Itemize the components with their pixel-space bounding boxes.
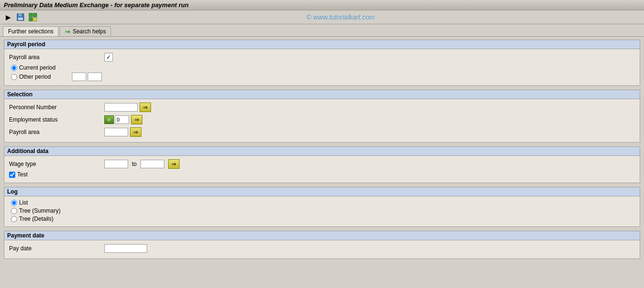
employment-status-input-group: ≠ xyxy=(104,115,129,124)
selection-header: Selection xyxy=(4,90,640,99)
pay-date-label: Pay date xyxy=(9,245,104,252)
svg-rect-1 xyxy=(19,14,21,16)
employment-status-input[interactable] xyxy=(115,115,129,124)
pay-date-row: Pay date xyxy=(9,243,635,254)
payroll-area-label: Payroll area xyxy=(9,54,104,61)
payroll-area-row: Payroll area ✓ xyxy=(9,52,635,62)
selection-payroll-area-arrow-btn[interactable]: ⇒ xyxy=(130,127,141,137)
log-header: Log xyxy=(4,187,640,196)
wage-type-label: Wage type xyxy=(9,161,104,167)
wage-type-input-from[interactable] xyxy=(104,160,128,168)
selection-payroll-area-label: Payroll area xyxy=(9,129,104,135)
wage-type-input-to[interactable] xyxy=(141,160,164,168)
title-bar: Preliminary Data Medium Exchange - for s… xyxy=(0,0,644,10)
payment-date-section: Payment date Pay date xyxy=(4,231,640,259)
personnel-number-row: Personnel Number ⇒ xyxy=(9,102,635,113)
back-icon[interactable]: ▶ xyxy=(3,12,13,22)
other-period-label: Other period xyxy=(19,73,51,80)
employment-status-row: Employment status ≠ ⇒ xyxy=(9,114,635,125)
watermark: © www.tutorialkart.com xyxy=(40,13,641,21)
log-tree-summary-label: Tree (Summary) xyxy=(19,207,60,214)
log-section: Log List Tree (Summary) Tree (Details) xyxy=(4,187,640,227)
payment-date-body: Pay date xyxy=(4,240,640,258)
test-row: Test xyxy=(9,171,635,178)
other-period-radio[interactable] xyxy=(11,74,17,80)
svg-rect-2 xyxy=(18,18,23,20)
selection-payroll-area-row: Payroll area ⇒ xyxy=(9,127,635,137)
other-period-row: Other period xyxy=(9,72,635,81)
log-list-radio[interactable] xyxy=(11,200,17,206)
wage-type-arrow-btn[interactable]: ⇒ xyxy=(168,159,180,169)
personnel-number-label: Personnel Number xyxy=(9,104,104,111)
wage-type-row: Wage type to ⇒ xyxy=(9,159,635,169)
test-checkbox[interactable] xyxy=(9,172,15,178)
log-list-row: List xyxy=(9,199,635,206)
layout-icon[interactable] xyxy=(28,12,38,22)
payroll-period-header: Payroll period xyxy=(4,40,640,49)
log-tree-summary-radio[interactable] xyxy=(11,208,17,214)
current-period-label: Current period xyxy=(19,64,56,71)
svg-rect-6 xyxy=(33,18,37,21)
log-body: List Tree (Summary) Tree (Details) xyxy=(4,196,640,226)
svg-rect-5 xyxy=(29,18,32,21)
payment-date-header: Payment date xyxy=(4,231,640,240)
svg-rect-3 xyxy=(29,13,32,17)
save-icon[interactable] xyxy=(15,12,26,22)
personnel-number-input[interactable] xyxy=(104,103,138,112)
current-period-radio[interactable] xyxy=(11,65,17,71)
selection-section: Selection Personnel Number ⇒ Employment … xyxy=(4,90,640,143)
current-period-row: Current period xyxy=(9,64,635,71)
selection-body: Personnel Number ⇒ Employment status ≠ ⇒… xyxy=(4,99,640,142)
log-tree-summary-row: Tree (Summary) xyxy=(9,207,635,214)
payroll-area-checkbox[interactable]: ✓ xyxy=(104,53,113,62)
selection-payroll-area-input[interactable] xyxy=(104,128,128,136)
log-list-label: List xyxy=(19,199,28,206)
additional-data-body: Wage type to ⇒ Test xyxy=(4,156,640,183)
pay-date-input[interactable] xyxy=(104,244,147,253)
payroll-period-section: Payroll period Payroll area ✓ Current pe… xyxy=(4,40,640,86)
svg-rect-4 xyxy=(33,13,37,17)
payroll-period-body: Payroll area ✓ Current period Other peri… xyxy=(4,49,640,85)
log-tree-details-label: Tree (Details) xyxy=(19,216,53,222)
to-label: to xyxy=(132,161,137,167)
additional-data-section: Additional data Wage type to ⇒ Test xyxy=(4,146,640,183)
other-period-input2[interactable] xyxy=(88,72,102,81)
test-label: Test xyxy=(17,171,28,178)
employment-status-label: Employment status xyxy=(9,116,104,123)
window-title: Preliminary Data Medium Exchange - for s… xyxy=(4,1,189,9)
period-inputs xyxy=(72,72,102,81)
further-selections-tab[interactable]: Further selections xyxy=(3,26,59,36)
search-helps-tab[interactable]: ⇒ Search helps xyxy=(60,26,111,36)
employment-status-arrow-btn[interactable]: ⇒ xyxy=(131,115,142,124)
main-content: Payroll period Payroll area ✓ Current pe… xyxy=(0,37,644,266)
log-tree-details-radio[interactable] xyxy=(11,216,17,222)
further-selections-label: Further selections xyxy=(8,28,53,35)
search-helps-arrow-icon: ⇒ xyxy=(65,28,70,35)
personnel-number-arrow-btn[interactable]: ⇒ xyxy=(140,103,151,112)
employment-status-icon[interactable]: ≠ xyxy=(104,115,114,124)
additional-data-header: Additional data xyxy=(4,147,640,156)
other-period-input1[interactable] xyxy=(72,72,86,81)
search-helps-label: Search helps xyxy=(72,28,106,35)
tab-bar: Further selections ⇒ Search helps xyxy=(0,24,644,37)
log-tree-details-row: Tree (Details) xyxy=(9,216,635,222)
toolbar: ▶ © www.tutorialkart.com xyxy=(0,10,644,24)
